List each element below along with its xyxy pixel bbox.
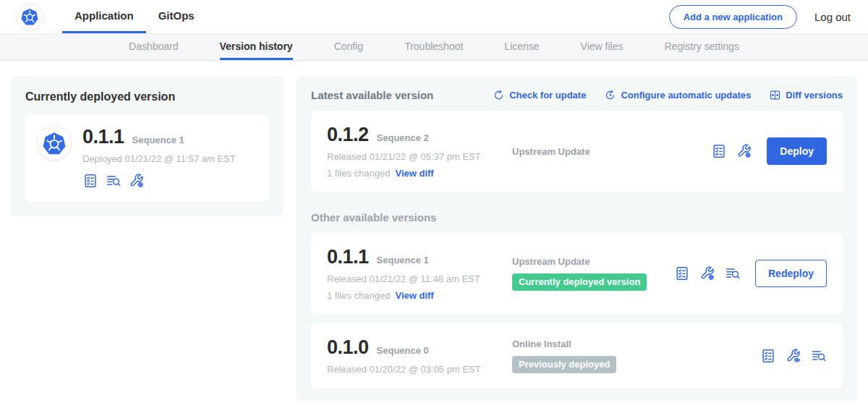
sequence-label: Sequence 0 [377, 345, 429, 356]
version-source-label: Upstream Update [512, 146, 711, 157]
configure-automatic-updates-link[interactable]: Configure automatic updates [604, 89, 751, 101]
view-diff-link[interactable]: View diff [395, 290, 433, 301]
app-logo [37, 126, 72, 161]
tab-registry-settings[interactable]: Registry settings [665, 34, 739, 60]
diff-icon [769, 89, 781, 101]
edit-config-icon[interactable] [736, 143, 752, 159]
currently-deployed-badge: Currently deployed version [512, 273, 647, 291]
deployed-version-card: 0.1.1 Sequence 1 Deployed 01/21/22 @ 11:… [25, 114, 269, 202]
add-application-button[interactable]: Add a new application [669, 5, 797, 29]
refresh-icon [493, 89, 505, 101]
diff-versions-link[interactable]: Diff versions [769, 89, 843, 101]
deployed-date: Deployed 01/21/22 @ 11:57 am EST [82, 153, 236, 164]
diff-versions-label: Diff versions [786, 90, 843, 101]
nav-tab-application-label: Application [75, 9, 134, 22]
configure-automatic-updates-label: Configure automatic updates [621, 90, 751, 101]
deploy-logs-icon[interactable] [725, 265, 741, 281]
nav-tab-application[interactable]: Application [62, 0, 146, 33]
preflight-checks-icon[interactable] [674, 265, 690, 281]
version-card-0-1-0: 0.1.0 Sequence 0 Released 01/20/22 @ 03:… [311, 323, 843, 388]
deploy-logs-icon[interactable] [106, 173, 122, 189]
other-versions-title: Other available versions [311, 211, 843, 224]
auto-update-icon [604, 89, 616, 101]
nav-tab-gitops-label: GitOps [158, 9, 195, 22]
tab-dashboard[interactable]: Dashboard [129, 34, 179, 60]
released-date: Released 01/20/22 @ 03:05 pm EST [327, 364, 512, 375]
version-card-0-1-2: 0.1.2 Sequence 2 Released 01/21/22 @ 05:… [311, 111, 843, 192]
tab-config[interactable]: Config [334, 34, 363, 60]
edit-config-icon[interactable] [129, 173, 145, 189]
logout-button[interactable]: Log out [814, 11, 851, 23]
tab-view-files[interactable]: View files [581, 34, 624, 60]
version-number: 0.1.2 [327, 124, 369, 146]
kubernetes-logo [16, 3, 43, 30]
deployed-panel-title: Currently deployed version [25, 90, 269, 103]
released-date: Released 01/21/22 @ 11:48 am EST [327, 273, 512, 284]
files-changed-label: 1 files changed [327, 168, 390, 179]
version-number: 0.1.1 [327, 246, 369, 268]
preflight-checks-icon[interactable] [711, 143, 727, 159]
tab-license[interactable]: License [504, 34, 539, 60]
currently-deployed-panel: Currently deployed version 0.1.1 Sequenc… [11, 76, 284, 216]
nav-tab-gitops[interactable]: GitOps [146, 0, 207, 33]
previously-deployed-badge: Previously deployed [512, 356, 616, 373]
redeploy-button[interactable]: Redeploy [755, 260, 827, 287]
view-config-icon[interactable] [786, 348, 801, 364]
top-navbar: Application GitOps Add a new application… [0, 0, 868, 34]
version-source-label: Upstream Update [512, 256, 674, 267]
released-date: Released 01/21/22 @ 05:37 pm EST [327, 151, 512, 162]
tab-troubleshoot[interactable]: Troubleshoot [404, 34, 463, 60]
edit-config-icon[interactable] [699, 265, 715, 281]
app-subnav: Dashboard Version history Config Trouble… [0, 34, 868, 61]
check-for-update-label: Check for update [509, 90, 586, 101]
tab-version-history[interactable]: Version history [220, 34, 293, 60]
preflight-checks-icon[interactable] [760, 348, 776, 364]
latest-version-title: Latest available version [311, 89, 433, 101]
sequence-label: Sequence 2 [377, 132, 429, 143]
version-source-label: Online Install [512, 339, 760, 349]
files-changed-label: 1 files changed [327, 290, 390, 301]
view-diff-link[interactable]: View diff [395, 168, 433, 179]
check-for-update-link[interactable]: Check for update [493, 89, 586, 101]
version-number: 0.1.0 [327, 336, 369, 359]
deploy-logs-icon[interactable] [811, 348, 827, 364]
version-card-0-1-1: 0.1.1 Sequence 1 Released 01/21/22 @ 11:… [311, 233, 843, 314]
preflight-checks-icon[interactable] [82, 173, 98, 189]
deployed-version-number: 0.1.1 [82, 126, 124, 148]
deploy-button[interactable]: Deploy [767, 137, 827, 165]
version-history-panel: Latest available version Check for updat… [297, 76, 857, 401]
sequence-label: Sequence 1 [377, 255, 429, 265]
deployed-sequence-label: Sequence 1 [132, 135, 184, 145]
